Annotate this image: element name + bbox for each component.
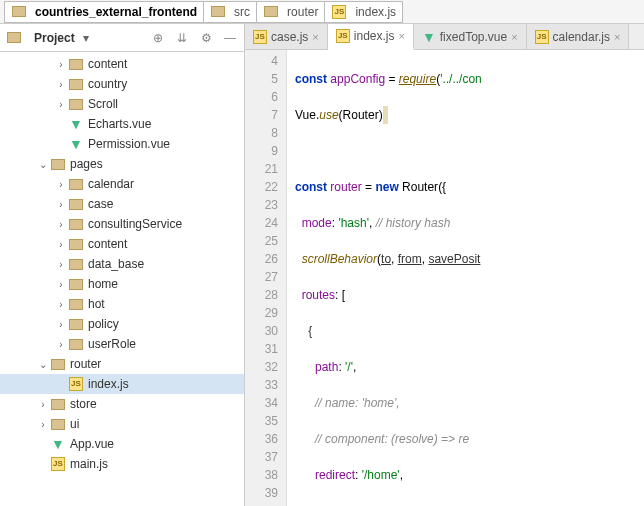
dir-icon: [68, 336, 84, 352]
dir-icon: [68, 196, 84, 212]
target-icon[interactable]: ⊕: [150, 30, 166, 46]
file-tree[interactable]: ›content›country›Scroll·▼Echarts.vue·▼Pe…: [0, 52, 244, 506]
chevron-down-icon[interactable]: ▾: [83, 31, 89, 45]
panel-title: Project: [34, 31, 75, 45]
tree-node[interactable]: ·JSindex.js: [0, 374, 244, 394]
expand-icon[interactable]: ›: [36, 399, 50, 410]
dir-icon: [68, 296, 84, 312]
tree-node[interactable]: ›home: [0, 274, 244, 294]
tree-label: App.vue: [70, 437, 114, 451]
dir-icon: [68, 176, 84, 192]
tree-node[interactable]: ›userRole: [0, 334, 244, 354]
crumb-router[interactable]: router: [256, 1, 325, 23]
expand-icon[interactable]: ›: [54, 339, 68, 350]
tree-node[interactable]: ⌄pages: [0, 154, 244, 174]
code-content[interactable]: const appConfig = require('../../con Vue…: [287, 50, 644, 506]
tab-label: index.js: [354, 29, 395, 43]
tree-node[interactable]: ⌄router: [0, 354, 244, 374]
tree-node[interactable]: ›data_base: [0, 254, 244, 274]
js-icon: JS: [336, 29, 350, 43]
project-panel-header[interactable]: Project ▾ ⊕ ⇊ ⚙ —: [0, 24, 244, 52]
tree-label: router: [70, 357, 101, 371]
close-icon[interactable]: ×: [312, 31, 318, 43]
close-icon[interactable]: ×: [398, 30, 404, 42]
editor-tab[interactable]: ▼fixedTop.vue×: [414, 24, 527, 49]
editor-area: JScase.js×JSindex.js×▼fixedTop.vue×JScal…: [245, 24, 644, 506]
expand-icon[interactable]: ›: [36, 419, 50, 430]
expand-icon[interactable]: ›: [54, 179, 68, 190]
tree-node[interactable]: ›policy: [0, 314, 244, 334]
tree-node[interactable]: ›Scroll: [0, 94, 244, 114]
gear-icon[interactable]: ⚙: [198, 30, 214, 46]
tree-label: consultingService: [88, 217, 182, 231]
dir-icon: [50, 396, 66, 412]
tree-node[interactable]: ›calendar: [0, 174, 244, 194]
tree-label: content: [88, 237, 127, 251]
expand-icon[interactable]: ›: [54, 199, 68, 210]
dir-icon: [50, 156, 66, 172]
js-icon: JS: [253, 30, 267, 44]
editor-tab[interactable]: JScalendar.js×: [527, 24, 630, 49]
js-icon: JS: [68, 376, 84, 392]
collapse-icon[interactable]: ⇊: [174, 30, 190, 46]
tab-label: case.js: [271, 30, 308, 44]
dir-icon: [68, 256, 84, 272]
crumb-src[interactable]: src: [203, 1, 257, 23]
tab-label: calendar.js: [553, 30, 610, 44]
dir-icon: [50, 416, 66, 432]
dir-icon: [68, 316, 84, 332]
vue-icon: ▼: [50, 436, 66, 452]
tree-node[interactable]: ·▼Permission.vue: [0, 134, 244, 154]
expand-icon[interactable]: ⌄: [36, 159, 50, 170]
tree-label: ui: [70, 417, 79, 431]
close-icon[interactable]: ×: [614, 31, 620, 43]
tree-node[interactable]: ›hot: [0, 294, 244, 314]
expand-icon[interactable]: ›: [54, 59, 68, 70]
editor-tab[interactable]: JSindex.js×: [328, 24, 414, 50]
dir-icon: [68, 236, 84, 252]
tree-node[interactable]: ·▼Echarts.vue: [0, 114, 244, 134]
dir-icon: [68, 76, 84, 92]
tree-node[interactable]: ·▼App.vue: [0, 434, 244, 454]
tree-label: data_base: [88, 257, 144, 271]
expand-icon[interactable]: ›: [54, 279, 68, 290]
dir-icon: [68, 56, 84, 72]
expand-icon[interactable]: ›: [54, 259, 68, 270]
tree-node[interactable]: ›country: [0, 74, 244, 94]
tree-label: case: [88, 197, 113, 211]
dir-icon: [50, 356, 66, 372]
tree-node[interactable]: ›ui: [0, 414, 244, 434]
expand-icon[interactable]: ⌄: [36, 359, 50, 370]
vue-icon: ▼: [68, 116, 84, 132]
expand-icon[interactable]: ›: [54, 319, 68, 330]
js-icon: JS: [50, 456, 66, 472]
expand-icon[interactable]: ›: [54, 299, 68, 310]
js-icon: JS: [535, 30, 549, 44]
tree-label: index.js: [88, 377, 129, 391]
tree-label: Scroll: [88, 97, 118, 111]
expand-icon[interactable]: ›: [54, 99, 68, 110]
tree-label: Echarts.vue: [88, 117, 151, 131]
dir-icon: [68, 96, 84, 112]
tree-node[interactable]: ›case: [0, 194, 244, 214]
expand-icon[interactable]: ›: [54, 219, 68, 230]
breadcrumb: countries_external_frontend src router J…: [0, 0, 644, 24]
tree-label: home: [88, 277, 118, 291]
expand-icon[interactable]: ›: [54, 79, 68, 90]
tree-label: country: [88, 77, 127, 91]
editor-tabs[interactable]: JScase.js×JSindex.js×▼fixedTop.vue×JScal…: [245, 24, 644, 50]
expand-icon[interactable]: ›: [54, 239, 68, 250]
close-icon[interactable]: ×: [511, 31, 517, 43]
tree-node[interactable]: ›content: [0, 54, 244, 74]
tree-node[interactable]: ›content: [0, 234, 244, 254]
crumb-file[interactable]: JSindex.js: [324, 1, 403, 23]
editor-tab[interactable]: JScase.js×: [245, 24, 328, 49]
vue-icon: ▼: [68, 136, 84, 152]
tree-node[interactable]: ›store: [0, 394, 244, 414]
crumb-root[interactable]: countries_external_frontend: [4, 1, 204, 23]
tree-label: store: [70, 397, 97, 411]
tree-node[interactable]: ·JSmain.js: [0, 454, 244, 474]
hide-icon[interactable]: —: [222, 30, 238, 46]
tree-node[interactable]: ›consultingService: [0, 214, 244, 234]
tree-label: Permission.vue: [88, 137, 170, 151]
